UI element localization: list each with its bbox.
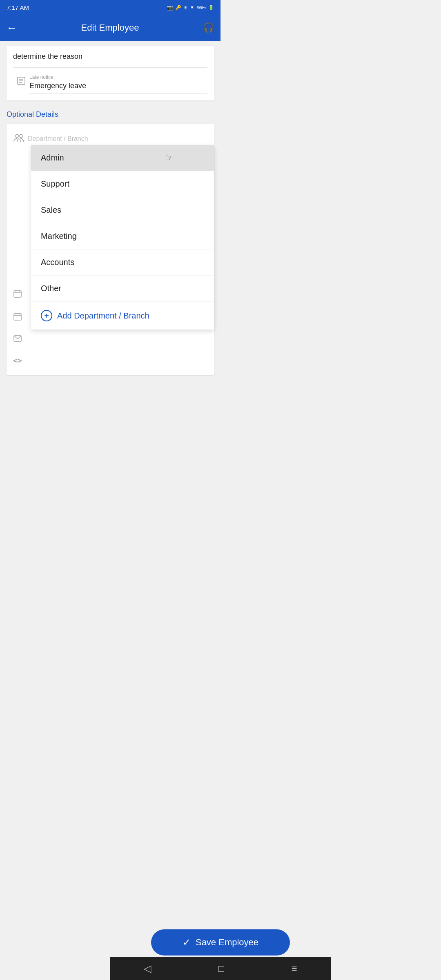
- key-icon: 🔑: [176, 5, 181, 10]
- email-field-row[interactable]: [7, 329, 214, 350]
- optional-details-title: Optional Details: [7, 110, 58, 118]
- add-circle-icon: +: [41, 310, 52, 321]
- battery-icon: 🔋: [208, 5, 214, 10]
- status-icons: 📷 🔑 ✳ ▼ WiFi 🔋: [167, 4, 214, 11]
- department-dropdown[interactable]: Admin ☞ Support Sales Marketing: [31, 145, 214, 330]
- previous-card: determine the reason Late notice Emergen…: [7, 46, 214, 100]
- optional-details-card: Department / Branch Admin ☞ Support Sale…: [7, 124, 214, 375]
- email-icon: [13, 335, 28, 344]
- code-field-row[interactable]: <>: [7, 350, 214, 370]
- late-notice-content: Late notice Emergency leave: [29, 74, 207, 94]
- app-header: ← Edit Employee 🎧: [0, 15, 220, 41]
- svg-point-5: [20, 134, 23, 138]
- optional-details-section-header: Optional Details: [0, 100, 220, 124]
- wifi-icon: WiFi: [197, 5, 206, 10]
- cursor-hand-icon: ☞: [165, 153, 173, 163]
- department-placeholder: Department / Branch: [28, 135, 88, 143]
- late-notice-value: Emergency leave: [29, 82, 207, 92]
- svg-rect-6: [14, 291, 21, 297]
- camera-icon: 📷: [167, 4, 173, 11]
- late-notice-label: Late notice: [29, 74, 207, 80]
- dropdown-item-marketing[interactable]: Marketing: [31, 223, 214, 249]
- late-notice-field: Late notice Emergency leave: [13, 68, 207, 97]
- department-icon: [13, 133, 28, 145]
- dropdown-item-admin[interactable]: Admin ☞: [31, 145, 214, 171]
- svg-point-4: [16, 134, 19, 138]
- optional-card-inner: Department / Branch Admin ☞ Support Sale…: [7, 124, 214, 375]
- svg-rect-10: [14, 314, 21, 320]
- department-field-row[interactable]: Department / Branch Admin ☞ Support Sale…: [7, 129, 214, 149]
- bluetooth-icon: ✳: [184, 5, 187, 10]
- calendar-icon-2: [13, 312, 28, 323]
- dropdown-item-support[interactable]: Support: [31, 171, 214, 197]
- calendar-icon-1: [13, 289, 28, 300]
- status-time: 7:17 AM: [7, 4, 29, 11]
- content-area: determine the reason Late notice Emergen…: [0, 46, 220, 424]
- add-department-button[interactable]: + Add Department / Branch: [31, 302, 214, 330]
- back-button[interactable]: ←: [7, 22, 17, 34]
- dropdown-item-sales[interactable]: Sales: [31, 197, 214, 223]
- headset-icon[interactable]: 🎧: [203, 22, 214, 33]
- signal-icon: ▼: [190, 5, 194, 10]
- dropdown-item-accounts[interactable]: Accounts: [31, 249, 214, 276]
- text-field-icon: [13, 74, 29, 86]
- code-icon: <>: [13, 356, 28, 365]
- page-title: Edit Employee: [81, 22, 139, 33]
- determine-text: determine the reason: [13, 52, 82, 60]
- dropdown-item-other[interactable]: Other: [31, 276, 214, 302]
- status-bar: 7:17 AM 📷 🔑 ✳ ▼ WiFi 🔋: [0, 0, 220, 15]
- add-department-label: Add Department / Branch: [57, 311, 149, 321]
